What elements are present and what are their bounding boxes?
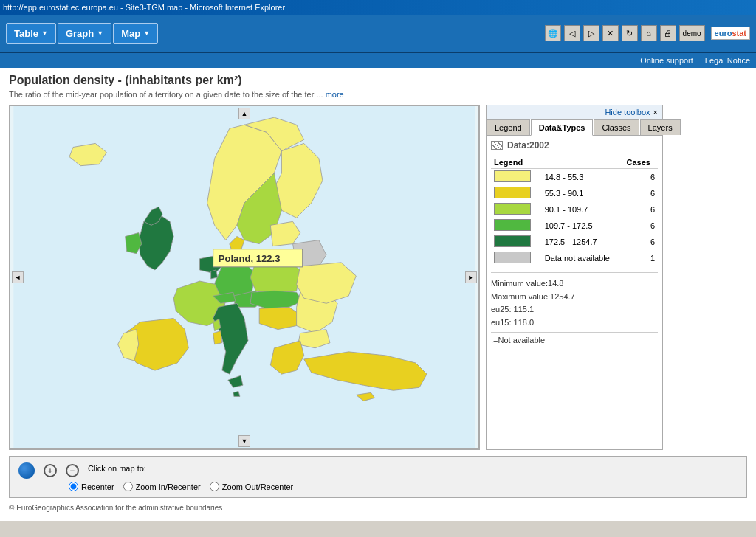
table-dropdown-arrow: ▼	[41, 30, 48, 37]
stat-eu15: eu15: 118.0	[491, 316, 658, 330]
recenter-radio[interactable]	[69, 482, 78, 491]
tab-layers[interactable]: Layers	[640, 119, 681, 135]
map-arrow-down[interactable]: ▼	[238, 435, 250, 447]
recenter-option[interactable]: Recenter	[69, 482, 114, 491]
legend-range: 172.5 - 1254.7	[540, 234, 624, 250]
print-icon[interactable]: 🖨	[660, 25, 676, 41]
map-area: ▲ ▼ ◄ ►	[9, 105, 747, 450]
stat-max: Maximum value:1254.7	[491, 291, 658, 304]
legend-row: 14.8 - 55.36	[491, 169, 658, 186]
zoom-in-radio[interactable]	[123, 482, 133, 491]
zoom-out-icon-small: −	[66, 464, 79, 477]
online-support-link[interactable]: Online support	[640, 56, 693, 65]
legend-cases: 6	[623, 169, 658, 186]
legend-row: 172.5 - 1254.76	[491, 234, 658, 250]
click-label: Click on map to:	[88, 464, 146, 473]
demo-btn[interactable]: demo	[679, 25, 705, 41]
stat-eu25: eu25: 115.1	[491, 303, 658, 316]
legend-range: 90.1 - 109.7	[540, 201, 624, 218]
legal-notice-link[interactable]: Legal Notice	[705, 56, 750, 65]
window-title: http://epp.eurostat.ec.europa.eu - Site3…	[3, 3, 285, 12]
legend-range: 55.3 - 90.1	[540, 185, 624, 201]
data-year-header: Data:2002	[491, 140, 658, 150]
toolbox-tabs: Legend Data&Types Classes Layers	[487, 119, 662, 136]
home-icon[interactable]: ⌂	[641, 25, 657, 41]
page-subtitle: The ratio of the mid-year population of …	[9, 90, 747, 99]
map-arrow-right[interactable]: ►	[465, 271, 477, 283]
legend-range: 14.8 - 55.3	[540, 169, 624, 186]
legend-cases: 6	[623, 218, 658, 234]
legend-range: 109.7 - 172.5	[540, 218, 624, 234]
toolbar: Table ▼ Graph ▼ Map ▼ 🌐 ◁ ▷ ✕ ↻ ⌂ 🖨 demo…	[0, 15, 756, 53]
count-col-header: Cases	[623, 156, 658, 169]
legend-col-header: Legend	[491, 156, 540, 169]
legend-color-cell	[491, 234, 540, 250]
radio-group: Recenter Zoom In/Recenter Zoom Out/Recen…	[69, 482, 738, 491]
map-container[interactable]: ▲ ▼ ◄ ►	[9, 105, 480, 450]
legend-tbody: 14.8 - 55.3655.3 - 90.1690.1 - 109.76109…	[491, 169, 658, 267]
title-bar: http://epp.eurostat.ec.europa.eu - Site3…	[0, 0, 756, 15]
legend-color-cell	[491, 218, 540, 234]
legend-row: 55.3 - 90.16	[491, 185, 658, 201]
graph-dropdown-arrow: ▼	[97, 30, 103, 37]
legend-cases: 6	[623, 185, 658, 201]
table-button[interactable]: Table ▼	[6, 23, 56, 44]
legend-color-cell	[491, 169, 540, 186]
forward-icon[interactable]: ▷	[583, 25, 599, 41]
map-arrow-left[interactable]: ◄	[12, 271, 24, 283]
tab-data-types[interactable]: Data&Types	[531, 119, 594, 136]
legend-note: :=Not available	[491, 332, 658, 344]
legend-cases: 1	[623, 250, 658, 266]
stop-icon[interactable]: ✕	[602, 25, 619, 41]
map-dropdown-arrow: ▼	[143, 30, 150, 37]
globe-toolbar-icon[interactable]: 🌐	[545, 25, 561, 41]
footer: © EuroGeographics Association for the ad…	[9, 501, 747, 515]
toolbox-header: Hide toolbox ×	[487, 105, 662, 119]
more-link[interactable]: more	[326, 90, 344, 99]
hatch-icon	[491, 141, 503, 150]
globe-icon	[18, 462, 35, 479]
legend-cases: 6	[623, 234, 658, 250]
zoom-in-option[interactable]: Zoom In/Recenter	[123, 482, 201, 491]
legend-cases: 6	[623, 201, 658, 218]
europe-map-svg[interactable]: Poland, 122.3	[10, 106, 478, 448]
cases-col-header	[540, 156, 624, 169]
legend-range: Data not available	[540, 250, 624, 266]
toolbar-right: 🌐 ◁ ▷ ✕ ↻ ⌂ 🖨 demo eurostat	[545, 25, 750, 41]
page-title: Population density - (inhabitants per km…	[9, 74, 747, 87]
legend-stats: Minimum value:14.8 Maximum value:1254.7 …	[491, 272, 658, 329]
toolbox-body: Data:2002 Legend Cases 14.8 - 55.3655.3 …	[487, 136, 662, 349]
support-bar: Online support Legal Notice	[0, 53, 756, 68]
legend-row: 109.7 - 172.56	[491, 218, 658, 234]
tab-classes[interactable]: Classes	[594, 119, 639, 135]
hide-toolbox-button[interactable]: Hide toolbox	[605, 108, 650, 117]
stat-min: Minimum value:14.8	[491, 277, 658, 291]
zoom-in-icon-small: +	[44, 464, 57, 477]
zoom-out-option[interactable]: Zoom Out/Recenter	[210, 482, 294, 491]
svg-text:Poland, 122.3: Poland, 122.3	[219, 253, 281, 264]
map-arrow-up[interactable]: ▲	[238, 108, 250, 119]
back-icon[interactable]: ◁	[564, 25, 580, 41]
graph-button[interactable]: Graph ▼	[58, 23, 111, 44]
legend-color-cell	[491, 201, 540, 218]
legend-row: 90.1 - 109.76	[491, 201, 658, 218]
eurostat-logo: eurostat	[711, 27, 750, 40]
main-content: Population density - (inhabitants per km…	[0, 68, 756, 521]
zoom-out-radio[interactable]	[210, 482, 219, 491]
legend-table: Legend Cases 14.8 - 55.3655.3 - 90.1690.…	[491, 156, 658, 266]
hide-toolbox-x[interactable]: ×	[653, 108, 658, 117]
legend-color-cell	[491, 250, 540, 266]
map-button[interactable]: Map ▼	[113, 23, 158, 44]
legend-color-cell	[491, 185, 540, 201]
toolbox: Hide toolbox × Legend Data&Types Classes…	[486, 105, 663, 450]
tab-legend[interactable]: Legend	[487, 119, 530, 135]
bottom-controls: + − Click on map to: Recenter Zoom In/Re…	[9, 456, 747, 498]
legend-row: Data not available1	[491, 250, 658, 266]
refresh-icon[interactable]: ↻	[622, 25, 638, 41]
